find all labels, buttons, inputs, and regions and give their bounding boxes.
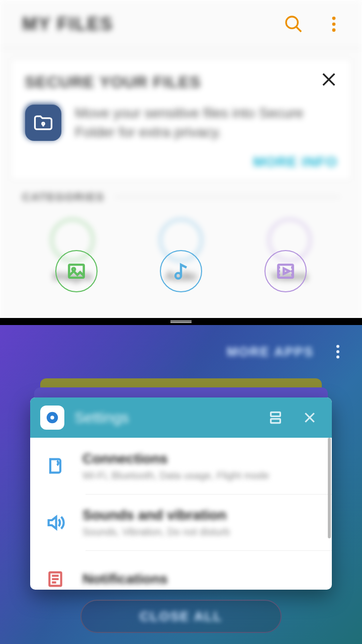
recents-card-settings[interactable]: Settings Connections Wi-Fi, Bluetooth, D… bbox=[30, 397, 332, 590]
svg-point-20 bbox=[336, 350, 339, 353]
svg-point-2 bbox=[332, 17, 336, 20]
split-view-divider[interactable] bbox=[0, 318, 362, 325]
settings-row-title: Notifications bbox=[82, 571, 168, 587]
settings-preview-list: Connections Wi-Fi, Bluetooth, Data usage… bbox=[30, 438, 332, 589]
recents-overflow-icon[interactable] bbox=[326, 340, 350, 364]
settings-row-sub: Sounds, Vibration, Do not disturb bbox=[82, 526, 230, 538]
svg-point-19 bbox=[336, 345, 339, 348]
svg-rect-9 bbox=[69, 265, 83, 278]
overflow-menu-icon[interactable] bbox=[318, 8, 350, 40]
promo-text: Move your sensitive files into Secure Fo… bbox=[75, 104, 337, 142]
svg-point-23 bbox=[50, 416, 54, 420]
search-icon[interactable] bbox=[278, 8, 310, 40]
scrollbar[interactable] bbox=[328, 438, 331, 538]
close-card-icon[interactable] bbox=[298, 406, 322, 430]
categories-label: CATEGORIES bbox=[22, 191, 105, 204]
audio-category-icon[interactable] bbox=[160, 250, 202, 292]
svg-rect-25 bbox=[271, 419, 281, 423]
recents-pane: MORE APPS Settings bbox=[0, 325, 362, 644]
svg-point-21 bbox=[336, 356, 339, 359]
recents-card-stack: Settings Connections Wi-Fi, Bluetooth, D… bbox=[30, 378, 332, 590]
promo-action: MORE INFO bbox=[25, 154, 337, 170]
svg-rect-24 bbox=[271, 412, 281, 416]
images-category-icon[interactable] bbox=[55, 250, 98, 292]
sound-icon bbox=[42, 510, 68, 536]
app-title: MY FILES bbox=[22, 14, 276, 35]
settings-row-sub: Wi-Fi, Bluetooth, Data usage, Flight mod… bbox=[82, 470, 269, 481]
promo-title: SECURE YOUR FILES bbox=[25, 73, 337, 92]
close-promo-icon[interactable] bbox=[318, 68, 340, 91]
more-apps-button[interactable]: MORE APPS bbox=[227, 344, 314, 360]
svg-line-1 bbox=[296, 27, 301, 32]
secure-folder-icon bbox=[25, 105, 61, 141]
svg-point-4 bbox=[332, 28, 336, 32]
recents-card-title: Settings bbox=[74, 409, 253, 426]
svg-point-0 bbox=[286, 17, 298, 28]
svg-point-3 bbox=[332, 23, 336, 26]
split-layout-icon[interactable] bbox=[263, 406, 288, 430]
svg-point-7 bbox=[42, 123, 44, 125]
drag-handle-icon[interactable] bbox=[170, 320, 192, 323]
notifications-icon bbox=[42, 566, 68, 589]
divider bbox=[115, 197, 340, 197]
recents-card-bg-1[interactable] bbox=[40, 378, 322, 388]
connections-icon bbox=[42, 453, 68, 479]
settings-row-title: Sounds and vibration bbox=[82, 507, 230, 523]
close-all-button[interactable]: CLOSE ALL bbox=[80, 600, 282, 633]
settings-row-title: Connections bbox=[82, 451, 269, 467]
recents-card-bg-2[interactable] bbox=[34, 387, 328, 397]
videos-category-icon[interactable] bbox=[264, 250, 307, 292]
settings-app-icon bbox=[40, 406, 64, 430]
